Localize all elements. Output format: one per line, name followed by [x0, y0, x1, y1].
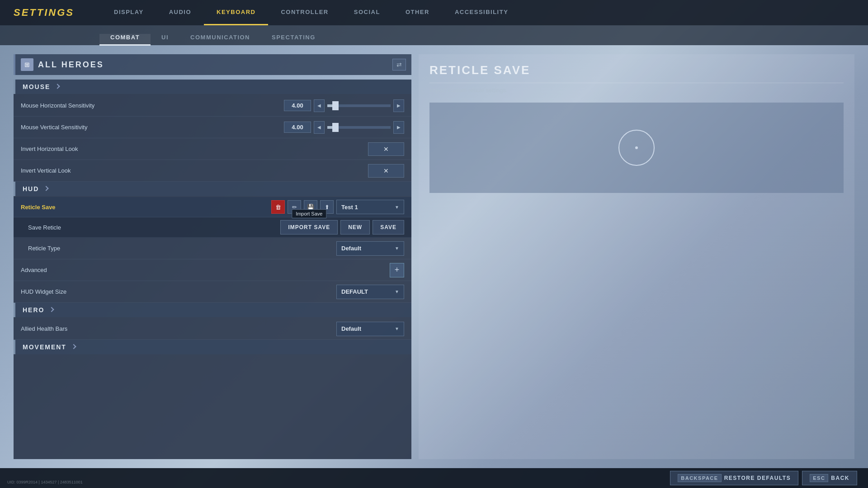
reticle-circle-icon [618, 130, 655, 166]
hero-section-header: HERO [14, 303, 411, 317]
mouse-vertical-increase[interactable]: ▶ [393, 121, 404, 134]
nav-tab-audio[interactable]: AUDIO [156, 0, 204, 25]
import-save-button[interactable]: Import Save [280, 220, 338, 235]
app-title: SETTINGS [14, 7, 74, 19]
hud-widget-size-dropdown[interactable]: DEFAULT ▼ [336, 285, 404, 299]
reticle-type-dropdown-arrow-icon: ▼ [395, 246, 399, 251]
nav-tabs: DISPLAY AUDIO KEYBOARD CONTROLLER SOCIAL… [101, 0, 521, 25]
reticle-dot-icon [635, 146, 638, 149]
hero-icon: ⊞ [21, 58, 33, 71]
mouse-horizontal-control: 4.00 ◀ ▶ [284, 99, 404, 112]
nav-tab-keyboard[interactable]: KEYBOARD [204, 0, 268, 25]
nav-tab-display[interactable]: DISPLAY [101, 0, 156, 25]
save-reticle-confirm-button[interactable]: SAVE [373, 220, 404, 235]
allied-health-bars-row: Allied Health Bars Default ▼ [14, 318, 411, 340]
reticle-type-label: Reticle Type [28, 245, 336, 252]
reticle-edit-button[interactable]: ✏ [288, 200, 301, 214]
reticle-delete-button[interactable]: 🗑 [271, 200, 285, 214]
invert-horizontal-look-label: Invert Horizontal Look [21, 145, 368, 152]
reticle-upload-button[interactable]: ⬆ [320, 200, 334, 214]
sub-tab-combat[interactable]: COMBAT [99, 34, 151, 46]
invert-vertical-look-row: Invert Vertical Look ✕ [14, 160, 411, 182]
allied-health-bars-dropdown-arrow-icon: ▼ [395, 326, 399, 331]
new-reticle-button[interactable]: NEW [340, 220, 370, 235]
import-save-tooltip: Import Save Import Save [280, 220, 338, 235]
hud-widget-size-row: HUD Widget Size DEFAULT ▼ [14, 281, 411, 303]
sub-nav: COMBAT UI COMMUNICATION SPECTATING [0, 25, 868, 45]
sub-tab-ui[interactable]: UI [151, 34, 179, 46]
mouse-horizontal-value[interactable]: 4.00 [284, 100, 311, 111]
mouse-vertical-control: 4.00 ◀ ▶ [284, 121, 404, 134]
mouse-section-header: MOUSE [14, 80, 411, 94]
advanced-label: Advanced [21, 267, 390, 273]
invert-vertical-look-label: Invert Vertical Look [21, 167, 368, 174]
top-nav: SETTINGS DISPLAY AUDIO KEYBOARD CONTROLL… [0, 0, 868, 25]
hud-widget-size-label: HUD Widget Size [21, 288, 336, 295]
advanced-expand-button[interactable]: + [390, 263, 404, 277]
reticle-save-dropdown[interactable]: Test 1 ▼ [336, 200, 404, 214]
mouse-vertical-sensitivity-row: Mouse Vertical Sensitivity 4.00 ◀ ▶ [14, 117, 411, 138]
reticle-type-row: Reticle Type Default ▼ [14, 238, 411, 259]
mouse-horizontal-decrease[interactable]: ◀ [314, 99, 325, 112]
reticle-save-button[interactable]: 💾 [304, 200, 317, 214]
backspace-key-hint: BACKSPACE [678, 474, 721, 482]
hud-widget-dropdown-arrow-icon: ▼ [395, 289, 399, 294]
esc-key-hint: ESC [810, 474, 828, 482]
reticle-preview [429, 103, 844, 193]
uid-text: UID: 0399R2014 | 1434527 | 2483511001 [7, 480, 83, 484]
hero-selector: ⊞ ALL HEROES ⇄ [14, 54, 411, 75]
nav-tab-controller[interactable]: CONTROLLER [268, 0, 341, 25]
invert-horizontal-look-row: Invert Horizontal Look ✕ [14, 138, 411, 160]
content-area: ⊞ ALL HEROES ⇄ MOUSE Mouse Horizontal Se… [0, 45, 868, 468]
nav-tab-accessibility[interactable]: ACCESSIBILITY [442, 0, 521, 25]
save-reticle-label: Save Reticle [28, 224, 278, 231]
movement-section-header: MOVEMENT [14, 340, 411, 354]
allied-health-bars-label: Allied Health Bars [21, 325, 336, 332]
bottom-bar: BACKSPACE RESTORE DEFAULTS ESC BACK [0, 468, 868, 488]
allied-health-bars-dropdown[interactable]: Default ▼ [336, 322, 404, 336]
mouse-horizontal-slider[interactable] [327, 104, 391, 107]
advanced-row: Advanced + [14, 259, 411, 281]
invert-vertical-look-toggle[interactable]: ✕ [368, 164, 404, 178]
reticle-description: Import custom reticle settings. [429, 87, 844, 94]
hero-title: ALL HEROES [38, 60, 388, 70]
save-reticle-row: Save Reticle Import Save Import Save NEW… [14, 217, 411, 238]
invert-horizontal-look-toggle[interactable]: ✕ [368, 142, 404, 156]
restore-defaults-button[interactable]: BACKSPACE RESTORE DEFAULTS [670, 471, 798, 485]
mouse-vertical-value[interactable]: 4.00 [284, 122, 311, 133]
mouse-horizontal-sensitivity-row: Mouse Horizontal Sensitivity 4.00 ◀ ▶ [14, 95, 411, 117]
reticle-save-label: Reticle Save [21, 204, 269, 211]
mouse-horizontal-increase[interactable]: ▶ [393, 99, 404, 112]
left-panel: ⊞ ALL HEROES ⇄ MOUSE Mouse Horizontal Se… [14, 54, 411, 459]
nav-tab-social[interactable]: SOCIAL [341, 0, 393, 25]
back-button[interactable]: ESC BACK [802, 471, 857, 485]
reticle-panel-title: RETICLE SAVE [429, 63, 844, 83]
hero-swap-button[interactable]: ⇄ [392, 59, 406, 70]
sub-tab-communication[interactable]: COMMUNICATION [179, 34, 261, 46]
mouse-vertical-slider[interactable] [327, 126, 391, 129]
hud-section-header: HUD [14, 182, 411, 196]
mouse-vertical-sensitivity-label: Mouse Vertical Sensitivity [21, 124, 284, 131]
settings-panel: MOUSE Mouse Horizontal Sensitivity 4.00 … [14, 80, 411, 459]
reticle-type-dropdown[interactable]: Default ▼ [336, 241, 404, 256]
reticle-save-dropdown-arrow-icon: ▼ [395, 205, 399, 210]
mouse-horizontal-sensitivity-label: Mouse Horizontal Sensitivity [21, 102, 284, 109]
right-panel: RETICLE SAVE Import custom reticle setti… [419, 54, 854, 459]
reticle-save-row: Reticle Save 🗑 ✏ 💾 ⬆ Test 1 ▼ [14, 197, 411, 217]
mouse-vertical-decrease[interactable]: ◀ [314, 121, 325, 134]
sub-tab-spectating[interactable]: SPECTATING [261, 34, 326, 46]
nav-tab-other[interactable]: OTHER [393, 0, 442, 25]
